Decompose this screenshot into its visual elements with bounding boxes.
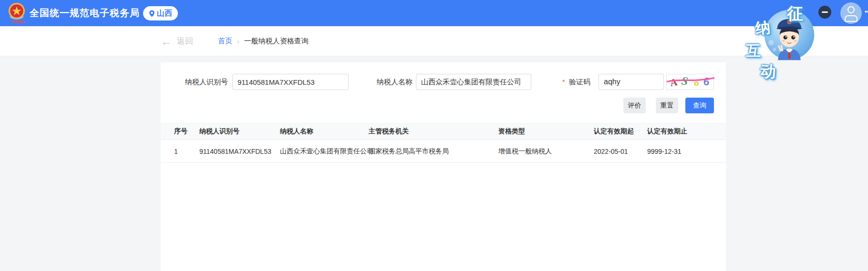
- table-header-row: 序号 纳税人识别号 纳税人名称 主管税务机关 资格类型 认定有效期起 认定有效期…: [161, 123, 726, 140]
- cell-taxpayer-id: 91140581MA7XXFDL53: [199, 140, 280, 163]
- taxpayer-name-label: 纳税人名称: [361, 74, 413, 90]
- screen: 中国税务 全国统一规范电子税务局 山西 **: [0, 0, 868, 271]
- captcha-image[interactable]: A S o 6: [666, 74, 714, 90]
- mascot-char: 征: [787, 3, 803, 25]
- breadcrumb-bar: ← 返回 首页 › 一般纳税人资格查询: [0, 26, 868, 56]
- evaluate-button[interactable]: 评价: [623, 98, 646, 113]
- query-panel: 纳税人识别号 纳税人名称 * 验证码 A S o 6 评价 重置 查询: [161, 62, 726, 271]
- app-title: 全国统一规范电子税务局: [30, 0, 140, 26]
- col-valid-from: 认定有效期起: [594, 123, 647, 140]
- result-table: 序号 纳税人识别号 纳税人名称 主管税务机关 资格类型 认定有效期起 认定有效期…: [161, 123, 726, 163]
- col-seq: 序号: [161, 123, 199, 140]
- required-mark: *: [562, 74, 565, 90]
- logo-caption: 中国税务: [8, 20, 29, 23]
- table-row: 1 91140581MA7XXFDL53 山西众禾壹心集团有限责任公司 国家税务…: [161, 140, 726, 163]
- taxpayer-id-input[interactable]: [232, 74, 349, 90]
- cell-valid-to: 9999-12-31: [647, 140, 726, 163]
- interaction-mascot-widget[interactable]: 征 纳 互 动: [743, 5, 825, 77]
- cell-tax-authority: 国家税务总局高平市税务局: [369, 140, 498, 163]
- captcha-label: 验证码: [569, 74, 590, 90]
- region-label: 山西: [157, 9, 172, 19]
- breadcrumb-current: 一般纳税人资格查询: [244, 37, 309, 46]
- mascot-char: 动: [759, 60, 776, 83]
- col-valid-to: 认定有效期止: [647, 123, 726, 140]
- col-taxpayer-id: 纳税人识别号: [199, 123, 280, 140]
- cell-qualification-type: 增值税一般纳税人: [498, 140, 594, 163]
- national-emblem-icon: 中国税务: [8, 2, 29, 24]
- map-pin-icon: [149, 10, 155, 17]
- back-arrow-icon: ←: [161, 36, 172, 47]
- breadcrumb: 首页 › 一般纳税人资格查询: [218, 26, 309, 56]
- user-avatar[interactable]: [840, 2, 862, 24]
- col-tax-authority: 主管税务机关: [369, 123, 498, 140]
- query-button[interactable]: 查询: [685, 98, 714, 113]
- col-qualification-type: 资格类型: [498, 123, 594, 140]
- col-taxpayer-name: 纳税人名称: [280, 123, 369, 140]
- top-header-bar: 中国税务 全国统一规范电子税务局 山西 **: [0, 0, 868, 26]
- cell-seq: 1: [161, 140, 199, 163]
- breadcrumb-home-link[interactable]: 首页: [218, 37, 232, 46]
- mascot-char: 互: [746, 41, 761, 61]
- person-icon: [847, 6, 855, 13]
- captcha-input[interactable]: [599, 74, 664, 90]
- back-label: 返回: [177, 36, 193, 47]
- region-selector[interactable]: 山西: [143, 6, 178, 20]
- cell-taxpayer-name: 山西众禾壹心集团有限责任公司: [280, 140, 369, 163]
- taxpayer-name-input[interactable]: [416, 74, 531, 90]
- mascot-char: 纳: [754, 17, 771, 39]
- cell-valid-from: 2022-05-01: [594, 140, 647, 163]
- captcha-noise-line: [667, 74, 714, 90]
- taxpayer-id-label: 纳税人识别号: [161, 74, 228, 90]
- user-name-label: **: [865, 10, 868, 16]
- reset-button[interactable]: 重置: [656, 98, 678, 113]
- back-button[interactable]: ← 返回: [161, 26, 193, 56]
- breadcrumb-separator: ›: [237, 38, 239, 45]
